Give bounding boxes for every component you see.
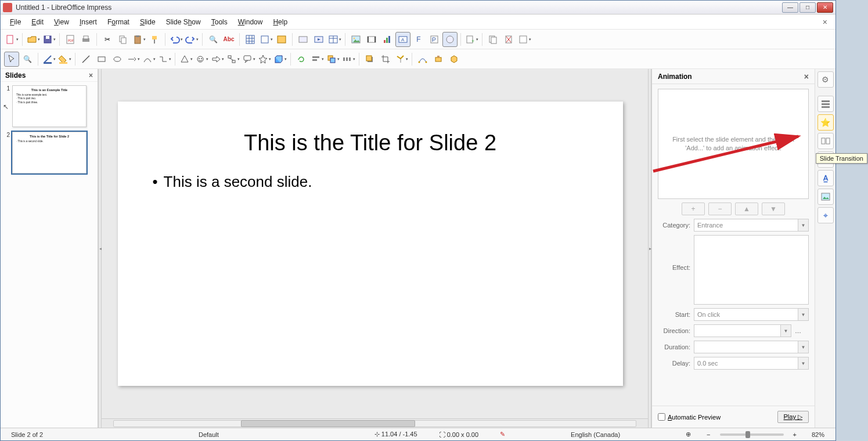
arrow-tool[interactable] [125,52,141,67]
zoom-slider[interactable] [720,433,784,436]
duplicate-slide-button[interactable] [485,32,500,47]
slide-transition-deck-icon[interactable] [817,133,834,149]
stars-tool[interactable] [257,52,272,67]
undo-button[interactable] [168,32,183,47]
block-arrows-tool[interactable] [210,52,225,67]
line-color-button[interactable] [41,52,56,67]
rect-tool[interactable] [94,52,109,67]
styles-deck-icon[interactable]: A̲ [817,170,834,186]
line-tool[interactable] [78,52,93,67]
close-panel-icon[interactable]: × [89,71,93,79]
fit-page-icon[interactable]: ⊕ [680,431,697,438]
print-button[interactable] [78,32,93,47]
properties-deck-icon[interactable] [817,96,834,112]
clone-formatting-button[interactable] [147,32,162,47]
remove-effect-button[interactable]: − [708,203,732,215]
zoom-tool[interactable]: 🔍 [20,52,35,67]
align-tool[interactable] [309,52,325,67]
menu-help[interactable]: Help [268,16,292,28]
move-up-button[interactable]: ▲ [735,203,758,215]
canvas-area[interactable]: This is the Title for Slide 2 •This is a… [102,69,648,418]
find-button[interactable]: 🔍 [206,32,221,47]
effect-list[interactable] [694,235,809,305]
start-select[interactable]: On click▼ [694,308,809,321]
grid-button[interactable] [243,32,258,47]
spellcheck-button[interactable]: Abc [221,32,236,47]
close-animation-panel-icon[interactable]: × [804,72,809,81]
master-slide-button[interactable] [296,32,311,47]
redo-button[interactable] [184,32,199,47]
menu-edit[interactable]: Edit [27,16,48,28]
animation-deck-icon[interactable]: ⭐ [817,114,834,131]
zoom-percent[interactable]: 82% [806,431,831,438]
move-down-button[interactable]: ▼ [762,203,785,215]
slide-thumb-1[interactable]: 1 This is an Example Title This is some … [4,85,94,127]
new-button[interactable] [4,32,19,47]
menu-insert[interactable]: Insert [75,16,102,28]
menu-file[interactable]: File [5,16,26,28]
arrange-tool[interactable] [325,52,340,67]
play-button[interactable]: Play ▷ [777,411,809,423]
media-button[interactable] [364,32,379,47]
slides-thumbnails[interactable]: 1 This is an Example Title This is some … [1,82,98,177]
image-button[interactable] [348,32,363,47]
display-views-button[interactable] [274,32,289,47]
slide-thumb-2[interactable]: 2 This is the Title for Slide 2 · This i… [4,132,94,173]
rotate-tool[interactable] [294,52,309,67]
open-button[interactable] [26,32,41,47]
extrusion-tool[interactable] [446,52,462,67]
close-button[interactable]: ✕ [817,2,833,13]
special-char-button[interactable]: F [411,32,426,47]
status-lang[interactable]: English (Canada) [565,431,626,438]
horizontal-scrollbar[interactable] [102,418,648,428]
new-slide-button[interactable]: + [464,32,479,47]
fill-color-button[interactable] [57,52,72,67]
status-master[interactable]: Default [193,431,225,438]
distribute-tool[interactable] [341,52,356,67]
minimize-button[interactable]: — [782,2,798,13]
zoom-in-icon[interactable]: + [793,431,797,438]
shadow-tool[interactable] [362,52,377,67]
fontwork-button[interactable] [427,32,442,47]
snap-button[interactable] [258,32,273,47]
save-button[interactable] [41,32,56,47]
symbol-shapes-tool[interactable] [194,52,209,67]
navigator-deck-icon[interactable]: ⌖ [817,207,834,223]
menu-slideshow[interactable]: Slide Show [161,16,206,28]
gallery-deck-icon[interactable] [817,189,834,205]
menu-view[interactable]: View [49,16,74,28]
textbox-button[interactable]: A [395,32,410,47]
ellipse-tool[interactable] [110,52,125,67]
glue-tool[interactable] [431,52,446,67]
status-modified-icon[interactable]: ✎ [494,431,512,438]
maximize-button[interactable]: □ [799,2,816,13]
menu-tools[interactable]: Tools [207,16,232,28]
document-close-icon[interactable]: × [819,16,831,28]
copy-button[interactable] [116,32,131,47]
cut-button[interactable]: ✂ [100,32,115,47]
callout-tool[interactable] [241,52,256,67]
direction-options-button[interactable]: … [795,327,809,334]
menu-format[interactable]: Format [103,16,134,28]
select-tool[interactable] [4,52,19,67]
filter-tool[interactable] [394,52,409,67]
auto-preview-checkbox[interactable]: Automatic Preview [658,413,721,421]
slide-title[interactable]: This is the Title for Slide 2 [153,131,588,156]
paste-button[interactable] [131,32,146,47]
basic-shapes-tool[interactable] [178,52,193,67]
delay-input[interactable]: 0.0 sec▼ [694,357,809,370]
zoom-out-icon[interactable]: − [707,431,710,438]
delete-slide-button[interactable] [501,32,516,47]
slide-canvas[interactable]: This is the Title for Slide 2 •This is a… [118,102,623,386]
crop-tool[interactable] [378,52,393,67]
category-select[interactable]: Entrance▼ [694,219,809,232]
curve-tool[interactable] [141,52,156,67]
sidebar-settings-icon[interactable]: ⚙ [817,71,834,88]
export-pdf-button[interactable]: PDF [63,32,78,47]
animation-list[interactable]: First select the slide element and then … [658,89,809,199]
direction-select[interactable]: ▼ [694,324,791,337]
flowchart-tool[interactable] [225,52,240,67]
menu-slide[interactable]: Slide [135,16,160,28]
splitter-right[interactable]: ▸ [648,69,651,428]
connector-tool[interactable] [157,52,172,67]
